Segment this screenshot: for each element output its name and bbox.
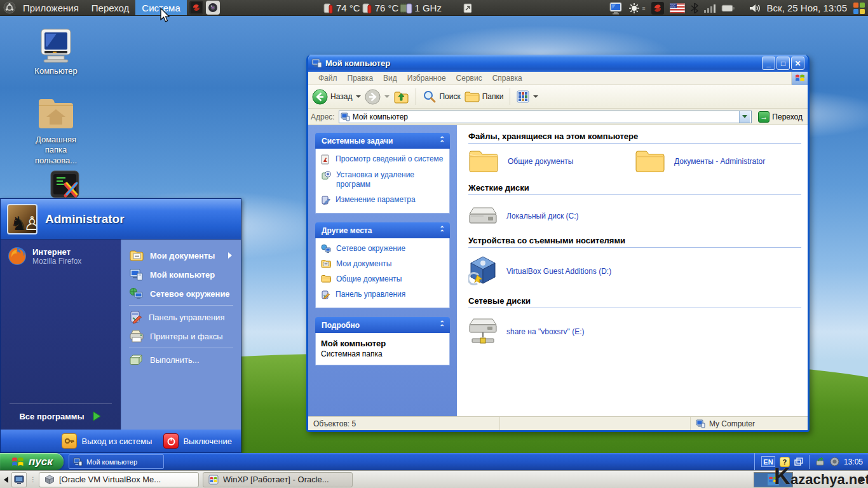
display-icon[interactable] bbox=[609, 2, 623, 15]
forward-button[interactable] bbox=[365, 89, 390, 105]
folder-icon bbox=[635, 149, 665, 174]
back-button[interactable]: Назад bbox=[312, 89, 361, 105]
search-button[interactable]: Поиск bbox=[423, 90, 460, 104]
menu-edit[interactable]: Правка bbox=[342, 74, 379, 83]
window-titlebar[interactable]: Мой компьютер _ □ ✕ bbox=[308, 55, 808, 72]
folder-icon bbox=[468, 149, 499, 174]
cpu-freq-applet[interactable]: 1 GHz bbox=[400, 3, 442, 14]
swirl-tray-icon[interactable] bbox=[651, 2, 664, 15]
bluetooth-icon[interactable] bbox=[691, 3, 698, 14]
host-task-winxp-vm[interactable]: WinXP [Работает] - Oracle... bbox=[203, 472, 353, 487]
windows-flag-icon bbox=[11, 456, 25, 468]
collapse-chevron-icon[interactable]: ⌃⌃ bbox=[440, 227, 445, 234]
item-shared-documents[interactable]: Общие документы bbox=[468, 149, 635, 174]
all-programs-button[interactable]: Все программы bbox=[10, 403, 112, 430]
host-top-panel: Приложения Переход Система 74 °C 76 °C 1… bbox=[0, 0, 868, 16]
swirl-app-icon[interactable] bbox=[189, 1, 203, 15]
my-documents-icon bbox=[129, 249, 144, 262]
details-header[interactable]: Подробно ⌃⌃ bbox=[315, 317, 450, 333]
folders-button[interactable]: Папки bbox=[465, 90, 504, 103]
menu-view[interactable]: Вид bbox=[378, 74, 402, 83]
menu-tools[interactable]: Сервис bbox=[451, 74, 487, 83]
camera-app-icon[interactable] bbox=[206, 1, 220, 15]
start-item-network[interactable]: Сетевое окружение bbox=[121, 284, 241, 303]
item-local-disk-c[interactable]: Локальный диск (C:) bbox=[468, 205, 665, 227]
item-vbox-additions-d[interactable]: VirtualBox Guest Additions (D:) bbox=[468, 255, 665, 287]
menu-applications[interactable]: Приложения bbox=[17, 0, 85, 15]
start-item-control-panel[interactable]: Панель управления bbox=[121, 308, 241, 327]
virtualbox-icon bbox=[44, 475, 55, 485]
shutdown-button[interactable]: Выключение bbox=[163, 433, 232, 449]
menu-help[interactable]: Справка bbox=[487, 74, 527, 83]
address-label: Адрес: bbox=[311, 112, 335, 121]
taskbar-scroll-left[interactable] bbox=[1, 472, 10, 487]
collapse-chevron-icon[interactable]: ⌃⌃ bbox=[440, 322, 445, 329]
menu-places[interactable]: Переход bbox=[85, 0, 136, 15]
views-button[interactable] bbox=[517, 90, 538, 103]
signal-strength-icon[interactable] bbox=[704, 4, 715, 13]
internet-firefox-item[interactable]: Интернет Mozilla Firefox bbox=[1, 240, 121, 273]
shutdown-icon bbox=[163, 433, 179, 449]
place-shared-documents[interactable]: Общие документы bbox=[321, 274, 444, 284]
other-places-section: Другие места ⌃⌃ Сетевое окружение Мои до… bbox=[315, 222, 450, 308]
task-add-remove-programs[interactable]: Установка и удаление программ bbox=[321, 170, 444, 189]
log-off-button[interactable]: Выход из системы bbox=[62, 433, 152, 449]
mouse-cursor bbox=[160, 8, 171, 23]
status-bar: Объектов: 5 My Computer bbox=[308, 416, 808, 430]
volume-icon[interactable] bbox=[749, 3, 761, 13]
taskbar-task-my-computer[interactable]: Мой компьютер bbox=[69, 454, 164, 469]
files-heading: Файлы, хранящиеся на этом компьютере bbox=[468, 132, 801, 144]
temp-sensor-2[interactable]: 76 °C bbox=[362, 3, 399, 14]
desktop-icon-terminal[interactable] bbox=[32, 169, 98, 202]
place-my-documents[interactable]: Мои документы bbox=[321, 259, 444, 269]
virtualbox-cd-icon bbox=[468, 255, 498, 287]
window-title: Мой компьютер bbox=[325, 58, 390, 68]
user-avatar[interactable]: ♞♙ bbox=[7, 204, 37, 234]
show-desktop-button[interactable] bbox=[11, 472, 27, 487]
place-control-panel[interactable]: Панель управления bbox=[321, 290, 444, 300]
language-indicator[interactable]: EN bbox=[761, 456, 775, 467]
desktop-icon-label: Домашняя папка пользова... bbox=[25, 135, 86, 166]
start-menu-footer: Выход из системы Выключение bbox=[1, 430, 241, 452]
start-item-my-documents[interactable]: Мои документы bbox=[121, 246, 241, 265]
brightness-icon[interactable]: ≡ bbox=[628, 3, 645, 14]
menu-favorites[interactable]: Избранное bbox=[402, 74, 451, 83]
start-menu: ♞♙ Administrator Интернет Mozilla Firefo… bbox=[0, 198, 241, 453]
start-item-my-computer[interactable]: Мой компьютер bbox=[121, 265, 241, 284]
other-places-header[interactable]: Другие места ⌃⌃ bbox=[315, 222, 450, 238]
host-task-virtualbox-manager[interactable]: [Oracle VM VirtualBox Me... bbox=[39, 472, 199, 487]
minimize-button[interactable]: _ bbox=[762, 57, 775, 70]
maximize-button[interactable]: □ bbox=[776, 57, 790, 70]
address-dropdown[interactable] bbox=[739, 111, 750, 123]
updater-tray-icon[interactable] bbox=[853, 2, 865, 15]
start-item-printers[interactable]: Принтеры и факсы bbox=[121, 327, 241, 346]
panel-clock[interactable]: Вск, 25 Ноя, 13:05 bbox=[767, 3, 847, 13]
battery-icon[interactable] bbox=[721, 4, 735, 13]
desktop-icon-home[interactable]: Домашняя папка пользова... bbox=[23, 95, 89, 166]
distro-menu-icon[interactable] bbox=[3, 1, 17, 15]
start-button[interactable]: пуск bbox=[0, 453, 64, 470]
close-button[interactable]: ✕ bbox=[791, 57, 804, 70]
system-tasks-header[interactable]: Системные задачи ⌃⌃ bbox=[315, 133, 450, 149]
window-toolbar: Назад Поиск Папки bbox=[308, 85, 808, 109]
task-view-system-info[interactable]: Просмотр сведений о системе bbox=[321, 154, 444, 165]
go-button[interactable]: → Переход bbox=[756, 111, 805, 123]
collapse-chevron-icon[interactable]: ⌃⌃ bbox=[440, 137, 445, 144]
desktop-icon-computer[interactable]: Компьютер bbox=[23, 28, 89, 76]
start-item-run[interactable]: Выполнить... bbox=[121, 350, 241, 369]
item-admin-documents[interactable]: Документы - Administrator bbox=[635, 149, 801, 174]
item-network-share-e[interactable]: share на "vboxsrv" (E:) bbox=[468, 317, 665, 346]
network-places-icon bbox=[129, 287, 144, 300]
details-item-type: Системная папка bbox=[321, 349, 444, 358]
keyboard-layout-flag-icon[interactable] bbox=[670, 3, 685, 13]
temp-sensor-1[interactable]: 74 °C bbox=[323, 3, 360, 14]
menu-file[interactable]: Файл bbox=[313, 74, 342, 83]
task-change-setting[interactable]: Изменение параметра bbox=[321, 195, 444, 205]
address-input[interactable]: Мой компьютер bbox=[339, 111, 752, 123]
my-computer-small-icon bbox=[341, 112, 350, 121]
start-menu-header: ♞♙ Administrator bbox=[1, 199, 241, 240]
window-icon bbox=[311, 58, 322, 69]
notes-applet-icon[interactable] bbox=[462, 3, 473, 14]
up-button[interactable] bbox=[393, 90, 409, 104]
place-network[interactable]: Сетевое окружение bbox=[321, 244, 444, 254]
